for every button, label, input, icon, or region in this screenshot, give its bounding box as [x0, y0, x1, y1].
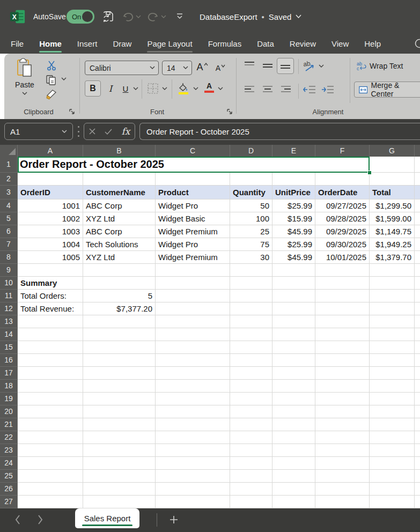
- cell-F1[interactable]: [315, 157, 370, 173]
- cell-E24[interactable]: [272, 457, 315, 470]
- column-header-D[interactable]: D: [230, 145, 272, 157]
- menu-item-insert[interactable]: Insert: [77, 33, 98, 54]
- cell-F26[interactable]: [315, 483, 370, 496]
- cell-E18[interactable]: [272, 380, 315, 393]
- row-header-25[interactable]: 25: [0, 470, 18, 483]
- cell-C25[interactable]: [156, 470, 230, 483]
- cell-B6[interactable]: ABC Corp: [83, 225, 156, 238]
- cell-A11[interactable]: Total Orders:: [18, 290, 83, 302]
- cell-G3[interactable]: Total: [370, 186, 415, 200]
- cell-D6[interactable]: 25: [230, 225, 272, 238]
- bottom-align-button[interactable]: [277, 58, 294, 74]
- row-header-18[interactable]: 18: [0, 380, 18, 393]
- menu-item-draw[interactable]: Draw: [113, 33, 131, 54]
- cell-E20[interactable]: [272, 405, 315, 418]
- cell-G12[interactable]: [370, 302, 415, 315]
- cell-E22[interactable]: [272, 431, 315, 444]
- cell-E10[interactable]: [272, 277, 315, 290]
- cell-D8[interactable]: 30: [230, 251, 272, 264]
- cell-C9[interactable]: [156, 264, 230, 277]
- cell-F10[interactable]: [315, 277, 370, 290]
- cell-C18[interactable]: [156, 380, 230, 393]
- grow-font-button[interactable]: A: [195, 60, 209, 75]
- cell-A2[interactable]: [18, 173, 83, 186]
- row-header-2[interactable]: 2: [0, 173, 18, 186]
- cell-G10[interactable]: [370, 277, 415, 290]
- cell-B18[interactable]: [83, 380, 156, 393]
- cell-G18[interactable]: [370, 380, 415, 393]
- cell-G27[interactable]: [370, 496, 415, 508]
- row-header-26[interactable]: 26: [0, 483, 18, 496]
- cell-G22[interactable]: [370, 431, 415, 444]
- cell-D16[interactable]: [230, 354, 272, 367]
- enter-check-icon[interactable]: [105, 129, 112, 135]
- decrease-indent-icon[interactable]: [303, 85, 316, 94]
- font-name-combo[interactable]: Calibri: [85, 61, 159, 75]
- cell-F16[interactable]: [315, 354, 370, 367]
- cell-F6[interactable]: 09/29/2025: [315, 225, 370, 238]
- cell-A21[interactable]: [18, 418, 83, 431]
- cell-C20[interactable]: [156, 405, 230, 418]
- cell-E27[interactable]: [272, 496, 315, 508]
- cell-F20[interactable]: [315, 405, 370, 418]
- cell-F15[interactable]: [315, 341, 370, 354]
- cell-C7[interactable]: Widget Pro: [156, 238, 230, 251]
- cell-D22[interactable]: [230, 431, 272, 444]
- orientation-chevron-icon[interactable]: [319, 64, 324, 68]
- cell-B27[interactable]: [83, 496, 156, 508]
- cell-E21[interactable]: [272, 418, 315, 431]
- font-size-combo[interactable]: 14: [162, 61, 192, 75]
- cell-G24[interactable]: [370, 457, 415, 470]
- autosave-toggle[interactable]: On: [67, 10, 94, 24]
- redo-icon[interactable]: [147, 12, 159, 23]
- menu-item-home[interactable]: Home: [39, 33, 62, 54]
- cell-G16[interactable]: [370, 354, 415, 367]
- cell-D27[interactable]: [230, 496, 272, 508]
- cell-A15[interactable]: [18, 341, 83, 354]
- row-header-8[interactable]: 8: [0, 251, 18, 264]
- cell-G2[interactable]: [370, 173, 415, 186]
- cell-A20[interactable]: [18, 405, 83, 418]
- menu-item-review[interactable]: Review: [290, 33, 316, 54]
- cell-A4[interactable]: 1001: [18, 200, 83, 212]
- cell-G25[interactable]: [370, 470, 415, 483]
- cell-G7[interactable]: $1,949.25: [370, 238, 415, 251]
- cell-G21[interactable]: [370, 418, 415, 431]
- formula-bar-options-icon[interactable]: [77, 126, 79, 137]
- column-header-A[interactable]: A: [18, 145, 83, 157]
- bold-button[interactable]: B: [85, 80, 101, 97]
- cell-G15[interactable]: [370, 341, 415, 354]
- cell-D2[interactable]: [230, 173, 272, 186]
- cell-D15[interactable]: [230, 341, 272, 354]
- document-title[interactable]: DatabaseExport • Saved: [200, 0, 301, 33]
- cell-B23[interactable]: [83, 444, 156, 457]
- cell-F12[interactable]: [315, 302, 370, 315]
- cell-F2[interactable]: [315, 173, 370, 186]
- merge-center-button[interactable]: Merge & Center: [354, 82, 420, 98]
- middle-align-icon[interactable]: [262, 61, 274, 71]
- cell-D18[interactable]: [230, 380, 272, 393]
- cell-A27[interactable]: [18, 496, 83, 508]
- cell-E16[interactable]: [272, 354, 315, 367]
- cell-G5[interactable]: $1,599.00: [370, 212, 415, 225]
- row-header-4[interactable]: 4: [0, 200, 18, 212]
- formula-input[interactable]: Order Report - October 2025: [139, 123, 420, 140]
- search-icon[interactable]: [414, 38, 420, 49]
- cell-F11[interactable]: [315, 290, 370, 302]
- column-header-F[interactable]: F: [315, 145, 370, 157]
- cell-E19[interactable]: [272, 393, 315, 405]
- cell-C3[interactable]: Product: [156, 186, 230, 200]
- row-header-9[interactable]: 9: [0, 264, 18, 277]
- cell-B3[interactable]: CustomerName: [83, 186, 156, 200]
- cell-D26[interactable]: [230, 483, 272, 496]
- cell-E14[interactable]: [272, 328, 315, 341]
- borders-menu-chevron-icon[interactable]: [162, 87, 167, 91]
- cell-C23[interactable]: [156, 444, 230, 457]
- cell-D25[interactable]: [230, 470, 272, 483]
- cell-G6[interactable]: $1,149.75: [370, 225, 415, 238]
- cell-G19[interactable]: [370, 393, 415, 405]
- cell-B11[interactable]: 5: [83, 290, 156, 302]
- cell-G14[interactable]: [370, 328, 415, 341]
- cell-F4[interactable]: 09/27/2025: [315, 200, 370, 212]
- cell-C14[interactable]: [156, 328, 230, 341]
